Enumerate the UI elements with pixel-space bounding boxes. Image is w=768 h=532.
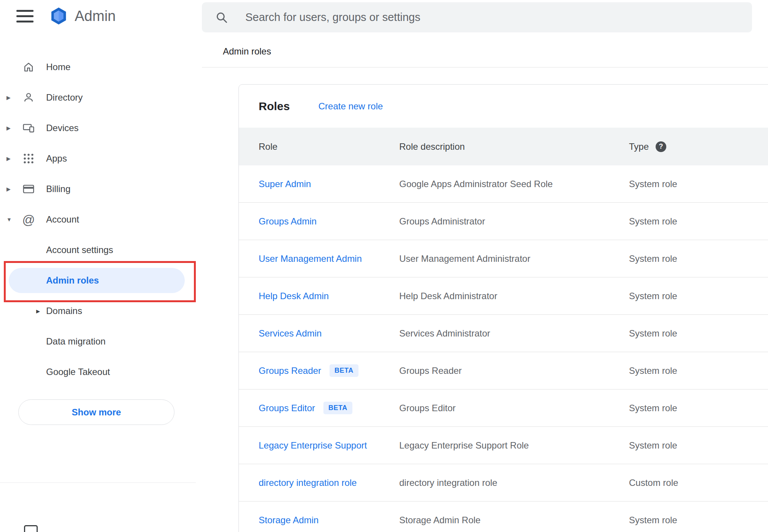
sidebar-header: Admin — [0, 0, 116, 32]
role-link[interactable]: User Management Admin — [259, 253, 362, 264]
apps-grid-icon — [21, 151, 36, 166]
role-description: Storage Admin Role — [399, 515, 629, 526]
role-type: Custom role — [629, 478, 768, 488]
role-cell: Storage Admin — [259, 515, 399, 526]
person-icon — [21, 90, 36, 105]
show-more-button[interactable]: Show more — [18, 399, 174, 425]
help-icon[interactable]: ? — [656, 141, 666, 152]
role-link[interactable]: Groups Editor — [259, 403, 315, 413]
table-row: Legacy Enterprise Support Legacy Enterpr… — [239, 427, 768, 464]
table-row: User Management Admin User Management Ad… — [239, 240, 768, 277]
role-link[interactable]: Super Admin — [259, 179, 311, 189]
table-row: directory integration role directory int… — [239, 464, 768, 502]
role-cell: Legacy Enterprise Support — [259, 440, 399, 451]
column-header-type: Type ? — [629, 141, 768, 152]
admin-logo-icon[interactable] — [49, 6, 69, 26]
billing-card-icon — [21, 182, 36, 196]
sidebar-item-account-settings[interactable]: Account settings — [0, 235, 196, 265]
chevron-right-icon[interactable]: ▶ — [6, 95, 11, 101]
card-header: Roles Create new role — [239, 85, 768, 128]
table-row: Groups Editor BETA Groups Editor System … — [239, 389, 768, 427]
sidebar-item-home[interactable]: Home — [0, 52, 196, 82]
table-row: Super Admin Google Apps Administrator Se… — [239, 165, 768, 203]
role-description: Groups Editor — [399, 403, 629, 413]
sidebar-item-label: Home — [46, 62, 70, 72]
divider — [202, 67, 768, 67]
beta-badge: BETA — [323, 402, 352, 414]
role-type: System role — [629, 365, 768, 376]
create-new-role-link[interactable]: Create new role — [318, 101, 383, 112]
bottom-partial-icon[interactable] — [24, 525, 38, 532]
chevron-right-icon[interactable]: ▶ — [36, 308, 40, 314]
at-icon: @ — [21, 212, 36, 227]
sidebar-item-account[interactable]: ▼ @ Account — [0, 204, 196, 235]
role-type: System role — [629, 253, 768, 264]
role-link[interactable]: Storage Admin — [259, 515, 318, 526]
sidebar-item-google-takeout[interactable]: Google Takeout — [0, 357, 196, 387]
chevron-right-icon[interactable]: ▶ — [6, 186, 11, 192]
role-type: System role — [629, 291, 768, 301]
table-row: Storage Admin Storage Admin Role System … — [239, 502, 768, 532]
chevron-down-icon[interactable]: ▼ — [6, 216, 12, 223]
app-title: Admin — [75, 8, 116, 24]
role-cell: Groups Reader BETA — [259, 364, 399, 377]
sidebar-item-label: Devices — [46, 123, 78, 133]
sidebar-item-domains[interactable]: ▶ Domains — [0, 296, 196, 326]
menu-icon[interactable] — [16, 10, 34, 22]
beta-badge: BETA — [330, 364, 358, 377]
role-cell: Groups Editor BETA — [259, 402, 399, 414]
table-row: Groups Reader BETA Groups Reader System … — [239, 352, 768, 389]
role-cell: Groups Admin — [259, 216, 399, 227]
sidebar-item-admin-roles[interactable]: Admin roles — [0, 265, 196, 296]
role-link[interactable]: Groups Admin — [259, 216, 317, 227]
column-header-description: Role description — [399, 141, 629, 152]
breadcrumb: Admin roles — [223, 46, 271, 57]
role-cell: User Management Admin — [259, 253, 399, 264]
role-cell: Help Desk Admin — [259, 291, 399, 301]
sidebar-item-label: Google Takeout — [46, 367, 110, 377]
column-header-role: Role — [259, 141, 399, 152]
role-description: Services Administrator — [399, 328, 629, 339]
role-cell: Super Admin — [259, 179, 399, 189]
sidebar-item-label: Admin roles — [46, 275, 99, 286]
menu-bar — [16, 21, 34, 22]
role-link[interactable]: Legacy Enterprise Support — [259, 440, 367, 451]
home-icon — [21, 60, 36, 74]
role-type: System role — [629, 179, 768, 189]
role-type: System role — [629, 440, 768, 451]
role-description: directory integration role — [399, 478, 629, 488]
sidebar-item-billing[interactable]: ▶ Billing — [0, 174, 196, 204]
page: Admin Home ▶ Directory — [0, 0, 768, 532]
chevron-right-icon[interactable]: ▶ — [6, 125, 11, 131]
role-description: Groups Administrator — [399, 216, 629, 227]
sidebar-item-label: Domains — [46, 306, 82, 316]
menu-bar — [16, 10, 34, 12]
role-description: Google Apps Administrator Seed Role — [399, 179, 629, 189]
table-row: Help Desk Admin Help Desk Administrator … — [239, 277, 768, 315]
role-link[interactable]: Help Desk Admin — [259, 291, 329, 301]
search-bar[interactable] — [202, 2, 752, 32]
search-input[interactable] — [245, 11, 752, 24]
roles-card: Roles Create new role Role Role descript… — [238, 84, 768, 532]
sidebar-item-label: Apps — [46, 153, 67, 164]
role-link[interactable]: Groups Reader — [259, 365, 321, 376]
role-description: Help Desk Administrator — [399, 291, 629, 301]
table-row: Groups Admin Groups Administrator System… — [239, 203, 768, 240]
column-header-type-label: Type — [629, 141, 649, 152]
sidebar-item-label: Account — [46, 214, 79, 225]
role-cell: directory integration role — [259, 478, 399, 488]
sidebar-item-apps[interactable]: ▶ Apps — [0, 143, 196, 174]
role-link[interactable]: Services Admin — [259, 328, 322, 339]
divider — [0, 482, 196, 483]
sidebar-item-directory[interactable]: ▶ Directory — [0, 82, 196, 113]
role-type: System role — [629, 403, 768, 413]
main-content: Admin roles Roles Create new role Role R… — [196, 0, 768, 532]
role-type: System role — [629, 515, 768, 526]
sidebar-item-data-migration[interactable]: Data migration — [0, 326, 196, 357]
search-icon — [215, 11, 229, 24]
role-link[interactable]: directory integration role — [259, 478, 357, 488]
sidebar-item-devices[interactable]: ▶ Devices — [0, 113, 196, 143]
sidebar-item-label: Account settings — [46, 245, 113, 255]
chevron-right-icon[interactable]: ▶ — [6, 155, 11, 162]
role-description: Legacy Enterprise Support Role — [399, 440, 629, 451]
